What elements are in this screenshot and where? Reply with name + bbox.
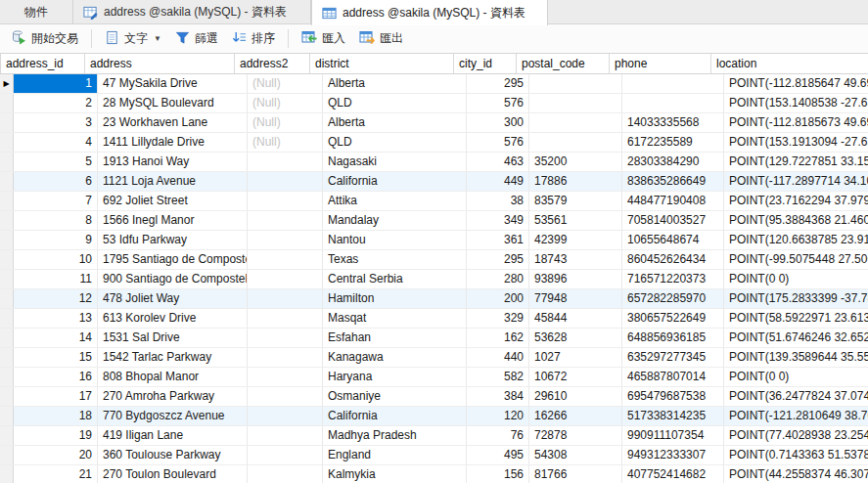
cell-postal_code[interactable]: 54308 [529, 446, 622, 464]
cell-postal_code[interactable]: 77948 [529, 289, 622, 308]
row-selector[interactable] [0, 329, 14, 347]
cell-address_id[interactable]: 8 [14, 211, 98, 230]
export-button[interactable]: 匯出 [352, 26, 410, 51]
cell-city_id[interactable]: 120 [467, 407, 529, 425]
cell-address_id[interactable]: 9 [14, 231, 98, 249]
cell-address[interactable]: 770 Bydgoszcz Avenue [98, 407, 248, 425]
cell-city_id[interactable]: 162 [467, 329, 529, 347]
cell-location[interactable]: POINT(129.7227851 33.1591974) [724, 153, 868, 171]
cell-district[interactable]: Attika [323, 192, 467, 210]
cell-phone[interactable] [622, 94, 724, 112]
row-selector[interactable] [0, 153, 14, 171]
cell-district[interactable]: Central Serbia [323, 270, 467, 288]
column-header-city-id[interactable]: city_id [454, 54, 517, 73]
cell-postal_code[interactable]: 42399 [529, 231, 622, 249]
cell-location[interactable]: POINT(0.7143363 51.5378203) [724, 446, 868, 464]
cell-district[interactable]: Nagasaki [323, 153, 467, 171]
cell-location[interactable]: POINT(58.5922971 23.6138799) [724, 309, 868, 328]
cell-location[interactable]: POINT(-112.8185647 49.6999986) [724, 74, 868, 93]
cell-city_id[interactable]: 38 [467, 192, 529, 210]
cell-city_id[interactable]: 463 [467, 153, 529, 171]
cell-postal_code[interactable]: 93896 [529, 270, 622, 288]
cell-district[interactable]: Mandalay [323, 211, 467, 230]
tab-table-data[interactable]: address @sakila (MySQL) - 資料表 [311, 0, 548, 25]
cell-address[interactable]: 1913 Hanoi Way [98, 153, 248, 171]
tab-objects[interactable]: 物件 [0, 0, 73, 24]
cell-address_id[interactable]: 10 [14, 250, 98, 269]
cell-district[interactable]: Kalmykia [323, 465, 467, 483]
cell-address2[interactable] [248, 446, 323, 464]
cell-address2[interactable] [248, 348, 323, 367]
cell-address[interactable]: 270 Amroha Parkway [98, 387, 248, 406]
cell-district[interactable]: Haryana [323, 368, 467, 386]
cell-address2[interactable] [248, 289, 323, 308]
cell-city_id[interactable]: 300 [467, 113, 529, 132]
cell-postal_code[interactable] [529, 94, 622, 112]
row-selector[interactable] [0, 368, 14, 386]
cell-address[interactable]: 1121 Loja Avenue [98, 172, 248, 191]
cell-city_id[interactable]: 200 [467, 289, 529, 308]
cell-location[interactable]: POINT(153.1408538 -27.6333361) [724, 94, 868, 112]
cell-phone[interactable]: 695479687538 [622, 387, 724, 406]
cell-address2[interactable] [248, 270, 323, 288]
row-selector[interactable] [0, 426, 14, 445]
cell-location[interactable]: POINT(77.4028938 23.2546938) [724, 426, 868, 445]
cell-phone[interactable]: 448477190408 [622, 192, 724, 210]
cell-phone[interactable]: 705814003527 [622, 211, 724, 230]
cell-address_id[interactable]: 3 [14, 113, 98, 132]
cell-address_id[interactable]: 14 [14, 329, 98, 347]
cell-address2[interactable] [248, 153, 323, 171]
cell-district[interactable]: Nantou [323, 231, 467, 249]
column-header-address2[interactable]: address2 [235, 54, 310, 73]
row-selector[interactable] [0, 250, 14, 269]
cell-city_id[interactable]: 361 [467, 231, 529, 249]
cell-phone[interactable]: 990911107354 [622, 426, 724, 445]
cell-district[interactable]: QLD [323, 94, 467, 112]
cell-postal_code[interactable]: 81766 [529, 465, 622, 483]
row-selector[interactable] [0, 94, 14, 112]
cell-city_id[interactable]: 495 [467, 446, 529, 464]
cell-address[interactable]: 1542 Tarlac Parkway [98, 348, 248, 367]
cell-address_id[interactable]: 1 [14, 74, 98, 93]
cell-address_id[interactable]: 19 [14, 426, 98, 445]
cell-location[interactable]: POINT(23.7162294 37.9794505) [724, 192, 868, 210]
column-header-address-id[interactable]: address_id [1, 54, 85, 73]
cell-location[interactable]: POINT(175.2833399 -37.7833545) [724, 289, 868, 308]
cell-address_id[interactable]: 5 [14, 153, 98, 171]
cell-address[interactable]: 692 Joliet Street [98, 192, 248, 210]
row-selector[interactable] [0, 211, 14, 230]
cell-postal_code[interactable]: 29610 [529, 387, 622, 406]
cell-postal_code[interactable]: 45844 [529, 309, 622, 328]
cell-address2[interactable]: (Null) [248, 94, 323, 112]
row-selector[interactable] [0, 113, 14, 132]
cell-address[interactable]: 478 Joliet Way [98, 289, 248, 308]
cell-district[interactable]: QLD [323, 133, 467, 152]
cell-district[interactable]: Hamilton [323, 289, 467, 308]
cell-phone[interactable]: 949312333307 [622, 446, 724, 464]
cell-address_id[interactable]: 4 [14, 133, 98, 152]
cell-district[interactable]: Texas [323, 250, 467, 269]
cell-address2[interactable] [248, 387, 323, 406]
cell-address_id[interactable]: 17 [14, 387, 98, 406]
cell-address_id[interactable]: 21 [14, 465, 98, 483]
cell-phone[interactable]: 6172235589 [622, 133, 724, 152]
cell-location[interactable]: POINT(95.3884368 21.4600272) [724, 211, 868, 230]
cell-district[interactable]: Osmaniye [323, 387, 467, 406]
text-view-button[interactable]: 文字 ▼ [98, 27, 168, 51]
row-selector[interactable] [0, 465, 14, 483]
cell-address[interactable]: 419 Iligan Lane [98, 426, 248, 445]
cell-location[interactable]: POINT(-121.2810649 38.7077639) [724, 407, 868, 425]
cell-postal_code[interactable]: 53561 [529, 211, 622, 230]
cell-address_id[interactable]: 13 [14, 309, 98, 328]
cell-city_id[interactable]: 440 [467, 348, 529, 367]
cell-phone[interactable]: 14033335568 [622, 113, 724, 132]
cell-address_id[interactable]: 20 [14, 446, 98, 464]
row-selector[interactable] [0, 192, 14, 210]
cell-phone[interactable]: 648856936185 [622, 329, 724, 347]
cell-address[interactable]: 613 Korolev Drive [98, 309, 248, 328]
cell-postal_code[interactable]: 1027 [529, 348, 622, 367]
cell-district[interactable]: Alberta [323, 113, 467, 132]
cell-address2[interactable] [248, 250, 323, 269]
cell-location[interactable]: POINT(36.2477824 37.0741734) [724, 387, 868, 406]
cell-district[interactable]: Alberta [323, 74, 467, 93]
